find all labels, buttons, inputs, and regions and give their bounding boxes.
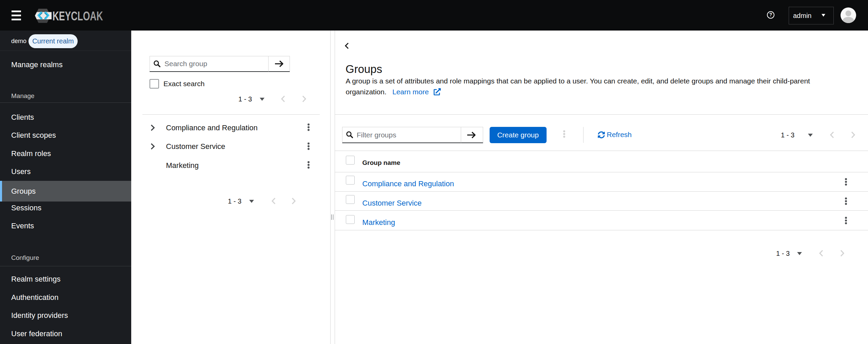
svg-text:KEYCLOAK: KEYCLOAK [53,9,103,23]
